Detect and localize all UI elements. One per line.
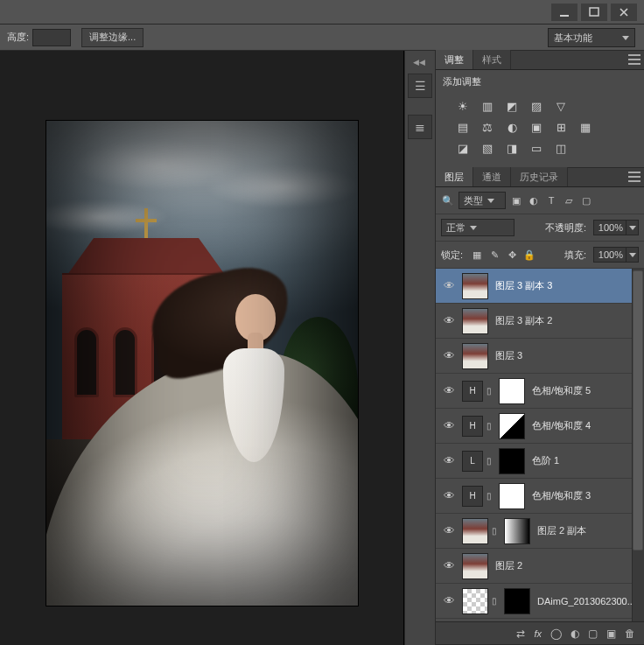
visibility-icon[interactable]: 👁	[439, 524, 458, 537]
layer-name: 图层 3 副本 3	[495, 279, 552, 292]
layer-row[interactable]: 👁图层 2	[436, 549, 644, 584]
visibility-icon[interactable]: 👁	[439, 349, 458, 362]
panel-menu-button[interactable]	[628, 54, 640, 65]
new-adj-icon[interactable]: ◐	[570, 627, 579, 640]
layer-row[interactable]: 👁图层 3	[436, 339, 644, 374]
fill-value: 100%	[593, 247, 626, 263]
search-icon[interactable]: 🔍	[441, 193, 455, 207]
brightness-icon[interactable]: ☀	[455, 99, 471, 113]
window-minimize-button[interactable]	[551, 4, 578, 21]
trash-icon[interactable]: 🗑	[625, 627, 635, 640]
opacity-field[interactable]: 100%	[593, 219, 639, 236]
chevron-down-icon	[470, 226, 477, 230]
mask-thumb[interactable]	[504, 518, 530, 544]
fx-icon[interactable]: fx	[534, 627, 542, 640]
filter-kind-dropdown[interactable]: 类型	[458, 192, 506, 209]
layer-thumb[interactable]	[462, 343, 488, 369]
levels-icon[interactable]: ▥	[480, 99, 495, 113]
grad-map-icon[interactable]: ▭	[528, 141, 544, 155]
layer-row[interactable]: 👁▯DAimG_2013062300...	[436, 584, 644, 619]
visibility-icon[interactable]: 👁	[439, 454, 458, 467]
layer-thumb[interactable]	[462, 308, 488, 334]
layer-row[interactable]: 👁图层 3 副本 2	[436, 304, 644, 339]
layer-blend-row: 正常 不透明度: 100%	[436, 214, 644, 242]
filter-shape-icon[interactable]: ▱	[562, 193, 576, 207]
poster-icon[interactable]: ▧	[480, 141, 495, 155]
new-layer-icon[interactable]: ▣	[606, 627, 616, 640]
workspace-dropdown[interactable]: 基本功能	[548, 28, 635, 47]
window-maximize-button[interactable]	[581, 4, 607, 21]
bw-icon[interactable]: ◐	[504, 120, 520, 134]
visibility-icon[interactable]: 👁	[439, 384, 458, 397]
layer-row[interactable]: 👁H▯色相/饱和度 4	[436, 409, 644, 444]
layer-row[interactable]: 👁▯图层 2 副本	[436, 514, 644, 549]
mask-icon[interactable]: ◯	[550, 627, 562, 640]
invert-icon[interactable]: ◪	[455, 141, 471, 155]
tab-history[interactable]: 历史记录	[511, 167, 568, 186]
window-close-button[interactable]	[611, 4, 637, 21]
layer-thumb[interactable]	[462, 588, 488, 614]
visibility-icon[interactable]: 👁	[439, 314, 458, 327]
filter-smart-icon[interactable]: ▢	[579, 193, 593, 207]
curves-icon[interactable]: ◩	[504, 99, 520, 113]
filter-type-icon[interactable]: T	[544, 193, 558, 207]
layer-row[interactable]: 👁L▯色阶 1	[436, 444, 644, 479]
scrollbar-thumb[interactable]	[633, 270, 643, 550]
fill-field[interactable]: 100%	[593, 246, 639, 263]
lut-icon[interactable]: ▦	[578, 120, 593, 134]
lock-all-icon[interactable]: 🔒	[522, 248, 536, 262]
refine-edge-button[interactable]: 调整边缘...	[81, 28, 144, 47]
layer-thumb[interactable]	[462, 518, 488, 544]
link-icon: ▯	[485, 456, 494, 466]
mixer-icon[interactable]: ⊞	[553, 120, 569, 134]
layer-name: 图层 3	[495, 349, 522, 362]
layer-row[interactable]: 👁图层 3 副本 3	[436, 269, 644, 304]
vibrance-icon[interactable]: ▽	[553, 99, 569, 113]
tab-styles[interactable]: 样式	[473, 50, 511, 69]
tab-layers[interactable]: 图层	[436, 167, 473, 186]
adj-badge[interactable]: L	[462, 451, 483, 472]
panel-menu-button[interactable]	[628, 172, 640, 182]
link-layers-icon[interactable]: ⇄	[516, 627, 525, 640]
hsl-icon[interactable]: ▤	[455, 120, 471, 134]
canvas[interactable]	[46, 121, 358, 606]
select-color-icon[interactable]: ◫	[553, 141, 569, 155]
lock-trans-icon[interactable]: ▦	[470, 248, 484, 262]
mask-thumb[interactable]	[499, 378, 525, 404]
thresh-icon[interactable]: ◨	[504, 141, 520, 155]
visibility-icon[interactable]: 👁	[439, 594, 458, 607]
photo-filter-icon[interactable]: ▣	[528, 120, 544, 134]
svg-rect-0	[560, 15, 569, 17]
filter-image-icon[interactable]: ▣	[509, 193, 523, 207]
adj-badge[interactable]: H	[462, 381, 483, 402]
dock-expand-button[interactable]: ◀◀	[411, 56, 429, 68]
layer-row[interactable]: 👁H▯色相/饱和度 5	[436, 374, 644, 409]
visibility-icon[interactable]: 👁	[439, 559, 458, 572]
group-icon[interactable]: ▢	[588, 627, 598, 640]
layer-row[interactable]: 👁H▯色相/饱和度 3	[436, 479, 644, 514]
visibility-icon[interactable]: 👁	[439, 419, 458, 432]
mask-thumb[interactable]	[499, 413, 525, 439]
scrollbar[interactable]	[632, 269, 644, 621]
blend-mode-dropdown[interactable]: 正常	[441, 219, 514, 236]
mask-thumb[interactable]	[499, 448, 525, 474]
layer-list: 👁图层 3 副本 3👁图层 3 副本 2👁图层 3👁H▯色相/饱和度 5👁H▯色…	[436, 269, 644, 621]
balance-icon[interactable]: ⚖	[480, 120, 495, 134]
mask-thumb[interactable]	[504, 588, 530, 614]
tab-channels[interactable]: 通道	[473, 167, 511, 186]
exposure-icon[interactable]: ▨	[528, 99, 544, 113]
paragraph-panel-icon[interactable]: ≣	[408, 115, 432, 139]
filter-adj-icon[interactable]: ◐	[527, 193, 541, 207]
lock-pos-icon[interactable]: ✥	[505, 248, 519, 262]
adj-badge[interactable]: H	[462, 486, 483, 507]
lock-paint-icon[interactable]: ✎	[487, 248, 501, 262]
height-field[interactable]	[32, 29, 71, 46]
layer-thumb[interactable]	[462, 553, 488, 579]
properties-panel-icon[interactable]: ☰	[408, 74, 432, 98]
visibility-icon[interactable]: 👁	[439, 279, 458, 292]
tab-adjustments[interactable]: 调整	[436, 50, 473, 69]
mask-thumb[interactable]	[499, 483, 525, 509]
adj-badge[interactable]: H	[462, 416, 483, 437]
visibility-icon[interactable]: 👁	[439, 489, 458, 502]
layer-thumb[interactable]	[462, 273, 488, 299]
